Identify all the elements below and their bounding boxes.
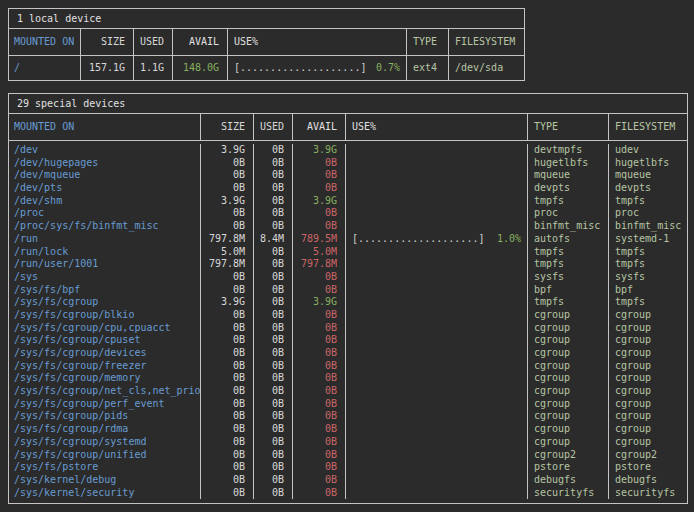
type-cell: devpts (528, 182, 609, 195)
type-cell: bpf (528, 284, 609, 297)
table-row: /sys/fs/cgroup3.9G0B3.9Gtmpfstmpfs (9, 296, 687, 309)
mount-cell: /sys/fs/cgroup/unified (9, 449, 201, 462)
filesystem-cell: cgroup (609, 360, 687, 373)
table-row: /run/lock5.0M0B5.0Mtmpfstmpfs (9, 246, 687, 259)
type-cell: cgroup (528, 436, 609, 449)
avail-cell: 0B (293, 157, 346, 170)
used-cell: 0B (254, 157, 293, 170)
column-header-use-: USE% (346, 114, 528, 140)
used-cell: 0B (254, 474, 293, 487)
table-row: /proc0B0B0Bprocproc (9, 207, 687, 220)
type-cell: binfmt_misc (528, 220, 609, 233)
used-cell: 0B (254, 309, 293, 322)
filesystem-cell: udev (609, 144, 687, 157)
used-cell: 0B (254, 284, 293, 297)
mount-cell: /sys/fs/cgroup/cpu,cpuacct (9, 322, 201, 335)
use-cell (346, 220, 528, 233)
table-row: /sys/fs/cgroup/devices0B0B0Bcgroupcgroup (9, 347, 687, 360)
type-cell: cgroup (528, 385, 609, 398)
avail-cell: 3.9G (293, 144, 346, 157)
filesystem-cell: proc (609, 207, 687, 220)
avail-cell: 0B (293, 436, 346, 449)
used-cell: 0B (254, 423, 293, 436)
size-cell: 0B (201, 334, 254, 347)
size-cell: 3.9G (201, 195, 254, 208)
use-cell (346, 157, 528, 170)
type-cell: tmpfs (528, 258, 609, 271)
size-cell: 0B (201, 474, 254, 487)
type-cell: tmpfs (528, 246, 609, 259)
mount-cell: /sys/fs/cgroup/net_cls,net_prio (9, 385, 201, 398)
filesystem-cell: bpf (609, 284, 687, 297)
used-cell: 0B (254, 144, 293, 157)
type-cell: cgroup (528, 410, 609, 423)
filesystem-cell: /dev/sda (449, 56, 524, 80)
table-row: /sys/fs/cgroup/cpu,cpuacct0B0B0Bcgroupcg… (9, 322, 687, 335)
usage-bar: [....................] (352, 233, 484, 246)
mount-cell: /sys/fs/pstore (9, 461, 201, 474)
filesystem-cell: cgroup (609, 347, 687, 360)
table-row: /dev/shm3.9G0B3.9Gtmpfstmpfs (9, 195, 687, 208)
size-cell: 0B (201, 309, 254, 322)
table-row: /sys/fs/cgroup/net_cls,net_prio0B0B0Bcgr… (9, 385, 687, 398)
column-header-filesystem: FILESYSTEM (449, 29, 524, 55)
use-cell: [....................]0.7% (228, 56, 407, 80)
size-cell: 5.0M (201, 246, 254, 259)
type-cell: mqueue (528, 169, 609, 182)
size-cell: 0B (201, 487, 254, 500)
used-cell: 0B (254, 461, 293, 474)
avail-cell: 0B (293, 461, 346, 474)
filesystem-cell: cgroup (609, 410, 687, 423)
filesystem-cell: cgroup (609, 309, 687, 322)
filesystem-cell: pstore (609, 461, 687, 474)
special-devices-table-header-row: MOUNTED ONSIZEUSEDAVAILUSE%TYPEFILESYSTE… (9, 114, 687, 141)
column-header-avail: AVAIL (293, 114, 346, 140)
mount-cell: /proc/sys/fs/binfmt_misc (9, 220, 201, 233)
avail-cell: 0B (293, 334, 346, 347)
use-cell: [....................]1.0% (346, 233, 528, 246)
filesystem-cell: sysfs (609, 271, 687, 284)
column-header-type: TYPE (528, 114, 609, 140)
use-cell (346, 334, 528, 347)
type-cell: cgroup (528, 398, 609, 411)
local-device-table-title: 1 local device (9, 9, 524, 29)
size-cell: 0B (201, 271, 254, 284)
table-row: /157.1G1.1G148.0G[....................]0… (9, 56, 524, 80)
used-cell: 0B (254, 195, 293, 208)
used-cell: 0B (254, 169, 293, 182)
size-cell: 0B (201, 157, 254, 170)
type-cell: devtmpfs (528, 144, 609, 157)
used-cell: 0B (254, 296, 293, 309)
filesystem-cell: tmpfs (609, 258, 687, 271)
size-cell: 0B (201, 220, 254, 233)
size-cell: 0B (201, 372, 254, 385)
avail-cell: 5.0M (293, 246, 346, 259)
used-cell: 8.4M (254, 233, 293, 246)
used-cell: 0B (254, 398, 293, 411)
local-device-table-body: /157.1G1.1G148.0G[....................]0… (9, 56, 524, 80)
type-cell: tmpfs (528, 296, 609, 309)
avail-cell: 0B (293, 474, 346, 487)
mount-cell: /sys/kernel/debug (9, 474, 201, 487)
avail-cell: 3.9G (293, 296, 346, 309)
column-header-mounted-on: MOUNTED ON (9, 29, 81, 55)
filesystem-cell: tmpfs (609, 296, 687, 309)
used-cell: 0B (254, 182, 293, 195)
mount-cell: /sys/fs/cgroup/memory (9, 372, 201, 385)
table-row: /dev/hugepages0B0B0Bhugetlbfshugetlbfs (9, 157, 687, 170)
size-cell: 797.8M (201, 233, 254, 246)
avail-cell: 0B (293, 347, 346, 360)
type-cell: cgroup (528, 322, 609, 335)
used-cell: 0B (254, 487, 293, 500)
avail-cell: 0B (293, 220, 346, 233)
size-cell: 0B (201, 360, 254, 373)
mount-cell: /sys/fs/cgroup/freezer (9, 360, 201, 373)
use-cell (346, 398, 528, 411)
type-cell: pstore (528, 461, 609, 474)
use-cell (346, 360, 528, 373)
table-row: /sys/fs/cgroup/memory0B0B0Bcgroupcgroup (9, 372, 687, 385)
use-cell (346, 182, 528, 195)
filesystem-cell: tmpfs (609, 246, 687, 259)
mount-cell: / (9, 56, 81, 80)
filesystem-cell: cgroup (609, 322, 687, 335)
